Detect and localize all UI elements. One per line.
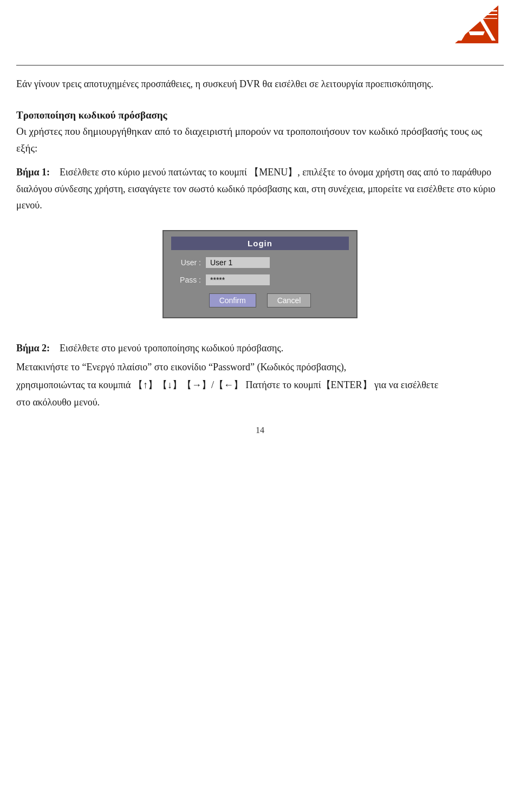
step2-line1: Βήμα 2: Εισέλθετε στο μενού τροποποίησης…: [16, 340, 504, 357]
step2-para3: χρησιμοποιώντας τα κουμπιά 【↑】【↓】【→】/【←】…: [16, 378, 504, 391]
cancel-button[interactable]: Cancel: [267, 293, 311, 307]
login-user-row: User : User 1: [171, 257, 349, 269]
intro-paragraph: Εάν γίνουν τρεις αποτυχημένες προσπάθειε…: [16, 76, 504, 92]
login-dialog-box: Login User : User 1 Pass : ***** Confirm…: [162, 230, 358, 318]
user-label: User :: [171, 258, 201, 267]
login-title: Login: [171, 237, 349, 250]
step2-text: Εισέλθετε στο μενού τροποποίησης κωδικού…: [60, 343, 283, 353]
confirm-button[interactable]: Confirm: [209, 293, 256, 307]
pass-value: *****: [205, 274, 270, 286]
step2-para4: στο ακόλουθο μενού.: [16, 397, 504, 408]
section-title: Τροποποίηση κωδικού πρόσβασης Οι χρήστες…: [16, 107, 504, 156]
step1-text: Εισέλθετε στο κύριο μενού πατώντας το κο…: [16, 167, 496, 211]
page-number: 14: [256, 425, 264, 435]
pass-label: Pass :: [171, 276, 201, 284]
login-dialog-image: Login User : User 1 Pass : ***** Confirm…: [16, 230, 504, 318]
svg-marker-2: [469, 31, 485, 35]
step2-para2: Μετακινήστε το “Ενεργό πλαίσιο” στο εικο…: [16, 362, 504, 373]
top-divider: [16, 65, 504, 66]
step2-block: Βήμα 2: Εισέλθετε στο μενού τροποποίησης…: [16, 340, 504, 409]
company-logo: [450, 0, 504, 49]
step1-label: Βήμα 1:: [16, 167, 50, 178]
user-value: User 1: [205, 257, 270, 269]
step1-block: Βήμα 1: Εισέλθετε στο κύριο μενού πατώντ…: [16, 164, 504, 214]
login-pass-row: Pass : *****: [171, 274, 349, 286]
step2-label: Βήμα 2:: [16, 343, 50, 353]
login-buttons-row: Confirm Cancel: [171, 293, 349, 307]
